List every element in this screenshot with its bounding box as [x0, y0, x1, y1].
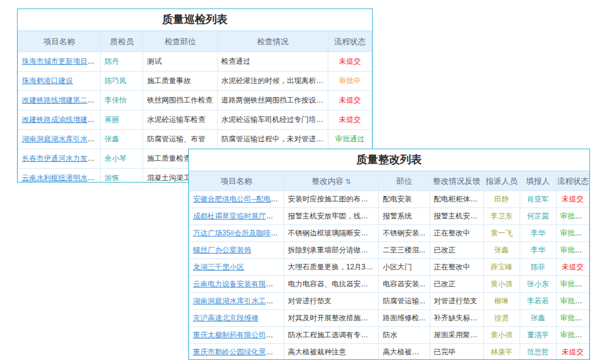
rectification-list-title: 质量整改列表 — [189, 149, 589, 171]
status-badge: 未提交 — [561, 348, 583, 356]
feedback-cell: 正在整改中 — [430, 225, 483, 242]
feedback-cell: 补齐缺失标志... — [430, 310, 483, 327]
rectify-content-cell: 安装时应按施工图的布置，将... — [284, 191, 379, 208]
check-part-cell: 防腐管运输、布管 — [143, 130, 217, 149]
part-cell: 防腐管运输... — [379, 293, 430, 310]
feedback-cell: 对管进行垫支 — [430, 293, 483, 310]
reporter-name: 肖亚军 — [527, 195, 549, 203]
inspector-name: 张鑫 — [104, 135, 119, 143]
col-header-inspector: 质检员 — [101, 32, 143, 52]
feedback-cell: 报警主机安放... — [430, 208, 483, 225]
rectify-content-cell: 拆除到承重墙部分请做好加固... — [284, 242, 379, 259]
check-situation-cell: 水泥砼灌注的时候，出现离析现象 — [217, 72, 328, 91]
table-row: 重庆市鹅岭公园绿化景观提升... 高大植被栽种注意 高大植被栽种 已完毕 林康平… — [189, 344, 589, 360]
project-link[interactable]: 龙湖三千里小区 — [193, 263, 244, 271]
reporter-name: 范思哲 — [527, 348, 549, 356]
project-link[interactable]: 珠海鹤港口建设 — [22, 76, 73, 85]
rectify-content-cell: 大理石质量更换，12月31日之... — [284, 259, 379, 276]
reporter-name: 何芷茵 — [527, 212, 549, 220]
assignee-name: 林康平 — [490, 348, 512, 356]
project-link[interactable]: 京沪高速北京段维修 — [193, 314, 259, 322]
part-cell: 不锈钢安装... — [379, 225, 430, 242]
inspector-name: 李佳怡 — [104, 96, 126, 104]
part-cell: 二至三楼混... — [379, 242, 430, 259]
check-situation-cell: 水泥砼运输车司机经过专门培训... — [217, 110, 328, 130]
project-link[interactable]: 螺丝厂办公室装饰 — [193, 246, 251, 254]
inspector-name: 陈巧凤 — [104, 76, 126, 85]
feedback-cell: 已改正 — [430, 276, 483, 293]
assignee-name: 柳琳 — [494, 297, 509, 305]
assignee-name: 张鑫 — [494, 246, 509, 254]
inspector-name: 陈丹 — [104, 57, 119, 66]
status-badge: 审批通过 — [560, 212, 589, 220]
reporter-name: 张小东 — [527, 280, 549, 288]
assignee-name: 李卫东 — [490, 212, 512, 220]
inspector-name: 蒋丽 — [104, 115, 119, 124]
project-link[interactable]: 安徽合肥供电公司--配电设备... — [193, 195, 284, 203]
rectification-table: 项目名称 整改内容⇅ 部位 整改情况反馈 指派人员 填报人 流程状态 安徽合肥供… — [189, 171, 589, 360]
col-header-check-situation: 检查情况 — [217, 32, 328, 52]
col-header-reporter: 填报人 — [520, 172, 556, 191]
status-badge: 未提交 — [339, 96, 361, 104]
feedback-cell: 屋面采用聚氨... — [430, 327, 483, 344]
project-link[interactable]: 改建铁路成渝线增建第... — [22, 115, 101, 124]
check-situation-cell: 检查通过 — [217, 52, 328, 72]
feedback-cell: 已完毕 — [430, 344, 483, 360]
inspector-name: 游恢 — [104, 174, 119, 182]
table-row: 云南电力设备安装有限公司20... 电力电容器、电抗器安装方案,... 电容器安… — [189, 276, 589, 293]
project-link[interactable]: 云南电力设备安装有限公司20... — [193, 280, 284, 288]
project-link[interactable]: 重庆太极制药有限公司亳州中... — [193, 331, 284, 339]
part-cell: 防水 — [379, 327, 430, 344]
project-link[interactable]: 云南水利枢纽潜明水库... — [22, 174, 101, 182]
rectify-content-cell: 对其及时开展整改措施，桥头... — [284, 310, 379, 327]
col-header-rectify-content-label: 整改内容 — [312, 177, 344, 186]
project-link[interactable]: 珠海市城市更新项目紫... — [22, 57, 101, 66]
project-link[interactable]: 长春市伊通河水力发电... — [22, 154, 101, 163]
col-header-feedback: 整改情况反馈 — [430, 172, 483, 191]
project-link[interactable]: 湖南洞庭湖水库引水工... — [22, 135, 101, 143]
table-row: 成都杜甫草堂临时展厅独立展... 报警主机安放牢固，线缆连接... 报警系统 报… — [189, 208, 589, 225]
status-badge: 未提交 — [339, 57, 361, 66]
part-cell: 高大植被栽种 — [379, 344, 430, 360]
col-header-rectify-content: 整改内容⇅ — [284, 172, 379, 191]
part-cell: 报警系统 — [379, 208, 430, 225]
status-badge: 审批通过 — [560, 280, 589, 288]
assignee-name: 田静 — [494, 195, 509, 203]
project-link[interactable]: 万达广场35#会所及咖啡厅空... — [193, 229, 284, 237]
assignee-name: 徐贤 — [494, 314, 509, 322]
table-row: 万达广场35#会所及咖啡厅空... 不锈钢边框玻璃隔断安装不牢... 不锈钢安装… — [189, 225, 589, 242]
status-badge: 未提交 — [561, 263, 583, 271]
rectify-content-cell: 高大植被栽种注意 — [284, 344, 379, 360]
inspector-name: 余小琴 — [104, 154, 126, 163]
rectification-header-row: 项目名称 整改内容⇅ 部位 整改情况反馈 指派人员 填报人 流程状态 — [189, 172, 589, 191]
reporter-name: 李华 — [531, 246, 545, 254]
table-row: 安徽合肥供电公司--配电设备... 安装时应按施工图的布置，将... 配电安装 … — [189, 191, 589, 208]
table-row: 改建铁路成渝线增建第... 蒋丽 水泥砼运输车检查 水泥砼运输车司机经过专门培训… — [18, 110, 372, 130]
project-link[interactable]: 成都杜甫草堂临时展厅独立展... — [193, 212, 284, 220]
sort-icon[interactable]: ⇅ — [345, 178, 351, 185]
check-part-cell: 施工质量事故 — [143, 72, 217, 91]
status-badge: 审批通过 — [560, 246, 589, 254]
project-link[interactable]: 重庆市鹅岭公园绿化景观提升... — [193, 348, 284, 356]
rectify-content-cell: 对管进行垫支 — [284, 293, 379, 310]
col-header-check-part: 检查部位 — [143, 32, 217, 52]
table-row: 珠海市城市更新项目紫... 陈丹 测试 检查通过 未提交 — [18, 52, 372, 72]
project-link[interactable]: 改建铁路线增建第二线... — [22, 96, 101, 104]
inspection-list-title: 质量巡检列表 — [18, 9, 372, 31]
table-row: 龙湖三千里小区 大理石质量更换，12月31日之... 小区大门 正在整改中 薛宝… — [189, 259, 589, 276]
feedback-cell: 正在整改中 — [430, 259, 483, 276]
status-badge: 审批通过 — [560, 314, 589, 322]
project-link[interactable]: 湖南洞庭湖水库引水工程施工1... — [193, 297, 284, 305]
check-situation-cell: 道路两侧铁丝网围挡工作按设计... — [217, 91, 328, 110]
status-badge: 审批通过 — [560, 229, 589, 237]
table-row: 重庆太极制药有限公司亳州中... 防水工程施工选调有专业资质... 防水 屋面采… — [189, 327, 589, 344]
part-cell: 配电安装 — [379, 191, 430, 208]
part-cell: 路面维修检... — [379, 310, 430, 327]
col-header-project-name: 项目名称 — [18, 32, 101, 52]
rectify-content-cell: 电力电容器、电抗器安装方案,... — [284, 276, 379, 293]
assignee-name: 黄小强 — [490, 331, 512, 339]
rectify-content-cell: 报警主机安放牢固，线缆连接... — [284, 208, 379, 225]
reporter-name: 陈菲 — [531, 263, 545, 271]
feedback-cell: 配电柜柜体与... — [430, 191, 483, 208]
status-badge: 审批中 — [339, 76, 361, 85]
